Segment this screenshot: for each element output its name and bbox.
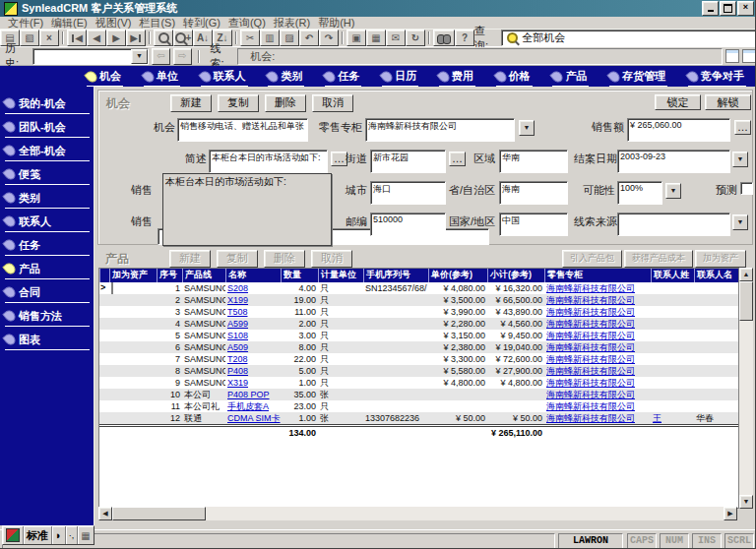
menu-item-5[interactable]: 查询(Q) (228, 16, 266, 30)
lock-button[interactable]: 锁定 (655, 94, 701, 110)
asset-cell[interactable] (109, 377, 157, 389)
table-row[interactable]: 2SAMSUNGX19919.00只¥ 3,500.00¥ 66,500.00海… (99, 294, 738, 306)
menu-item-2[interactable]: 视图(V) (95, 16, 132, 30)
product-link[interactable]: T508 (227, 307, 248, 317)
menu-item-3[interactable]: 栏目(S) (139, 16, 175, 30)
tab-任务[interactable]: 任务 (325, 69, 361, 87)
cut-icon[interactable]: ✂ (240, 30, 260, 46)
form-view-icon[interactable] (742, 49, 756, 63)
product-link[interactable]: P408 (227, 366, 248, 376)
sidebar-item-图表[interactable]: 图表 (5, 330, 90, 350)
asset-cell[interactable] (109, 365, 157, 377)
table-row[interactable]: 8SAMSUNGP4085.00只¥ 5,580.00¥ 27,900.00海南… (99, 365, 738, 377)
close-button[interactable]: × (737, 1, 754, 16)
paste-icon[interactable]: ▨ (280, 30, 299, 46)
counter-link[interactable]: 海南蜂新科技有限公司 (546, 283, 635, 293)
sidebar-item-全部-机会[interactable]: 全部-机会 (5, 141, 90, 161)
context-help-icon[interactable]: ? (455, 30, 474, 46)
layout-icon[interactable]: ▦ (366, 30, 386, 46)
asset-cell[interactable] (109, 318, 157, 330)
table-row[interactable]: 7SAMSUNGT20822.00只¥ 3,300.00¥ 72,600.00海… (99, 353, 738, 365)
column-header-数量[interactable]: 数量 (281, 269, 318, 282)
amount-ellipsis-button[interactable]: … (734, 120, 751, 135)
region-input[interactable]: 华南 (499, 150, 568, 173)
获得产品成本-button[interactable]: 获得产品成本 (624, 250, 693, 268)
forward-icon[interactable]: ⇨ (173, 48, 192, 65)
tab-价格[interactable]: 价格 (496, 69, 533, 87)
column-header-联系人名[interactable]: 联系人名 (694, 269, 737, 282)
query-combo[interactable]: 全部机会▼ (501, 30, 756, 46)
find-icon[interactable] (433, 30, 455, 46)
menu-item-1[interactable]: 编辑(E) (51, 16, 88, 30)
print-icon[interactable]: ▣ (346, 30, 366, 46)
加为资产-button[interactable]: 加为资产 (695, 250, 746, 268)
scroll-up-icon[interactable]: ▲ (739, 268, 753, 281)
delete-icon[interactable]: × (39, 30, 59, 46)
counter-link[interactable]: 海南蜂新科技有限公司 (546, 307, 635, 317)
column-header-加为资产[interactable]: 加为资产 (109, 269, 157, 282)
vertical-scrollbar-thumb[interactable] (739, 281, 753, 321)
asset-cell[interactable] (109, 400, 157, 412)
street-ellipsis-button[interactable]: … (449, 152, 466, 166)
opportunity-name-input[interactable]: 销售移动电话、赠送礼品和单张 (177, 118, 308, 142)
previous-icon[interactable]: ◀ (87, 30, 106, 46)
column-header-名称[interactable]: 名称 (225, 269, 281, 282)
tab-存货管理[interactable]: 存货管理 (609, 69, 667, 87)
删除-button[interactable]: 删除 (265, 94, 306, 112)
table-row[interactable]: 5SAMSUNGS1083.00只¥ 3,150.00¥ 9,450.00海南蜂… (99, 330, 738, 341)
product-link[interactable]: P408 POP (227, 390, 270, 399)
sidebar-item-联系人[interactable]: 联系人 (5, 212, 90, 232)
asset-checkbox[interactable] (111, 282, 113, 294)
sidebar-item-类别[interactable]: 类别 (5, 188, 90, 209)
sidebar-item-便笺[interactable]: 便笺 (5, 164, 90, 185)
asset-cell[interactable] (109, 389, 157, 400)
amount-input[interactable]: ¥ 265,060.00 (627, 118, 730, 142)
ime-fullwidth-icon[interactable]: ◗ (51, 526, 65, 544)
product-link[interactable]: X319 (227, 378, 248, 388)
product-link[interactable]: S108 (227, 331, 248, 340)
tab-日历[interactable]: 日历 (382, 69, 418, 87)
asset-cell[interactable] (109, 282, 157, 294)
menu-item-4[interactable]: 转到(G) (183, 16, 220, 30)
counter-link[interactable]: 海南蜂新科技有限公司 (546, 378, 635, 388)
copy-icon[interactable]: ▥ (260, 30, 280, 46)
zip-input[interactable]: 510000 (370, 213, 446, 236)
probability-dropdown-icon[interactable]: ▼ (665, 183, 681, 199)
refresh-icon[interactable]: ↻ (406, 30, 425, 46)
复制-button[interactable]: 复制 (218, 94, 259, 112)
tab-联系人[interactable]: 联系人 (201, 69, 248, 87)
table-row[interactable]: 10本公司P408 POP35.00张海南蜂新科技有限公司 (99, 389, 738, 400)
summary-input[interactable]: 本柜台本日的市场活动如下: (209, 150, 328, 173)
grid-view-icon[interactable] (725, 49, 739, 63)
sidebar-item-团队-机会[interactable]: 团队-机会 (5, 117, 90, 138)
lead-source-combo[interactable] (617, 213, 730, 236)
tab-竞争对手[interactable]: 竞争对手 (688, 69, 746, 87)
counter-link[interactable]: 海南蜂新科技有限公司 (546, 331, 635, 340)
table-row[interactable]: 9SAMSUNGX3191.00只¥ 4,800.00¥ 4,800.00海南蜂… (99, 377, 738, 389)
contact-lastname-link[interactable]: 王 (653, 413, 662, 423)
table-row[interactable]: 3SAMSUNGT50811.00只¥ 3,990.00¥ 43,890.00海… (99, 306, 738, 318)
close-date-dropdown-icon[interactable]: ▼ (732, 152, 748, 167)
country-input[interactable]: 中国 (499, 213, 568, 236)
product-link[interactable]: CDMA SIM卡 (227, 413, 281, 423)
counter-link[interactable]: 海南蜂新科技有限公司 (546, 295, 635, 305)
sidebar-item-合同[interactable]: 合同 (5, 282, 90, 303)
chevron-down-icon[interactable]: ▼ (131, 49, 148, 64)
city-input[interactable]: 海口 (370, 181, 446, 205)
product-link[interactable]: X199 (227, 295, 248, 305)
counter-link[interactable]: 海南蜂新科技有限公司 (546, 342, 635, 352)
asset-cell[interactable] (109, 294, 157, 306)
note-popup[interactable]: 本柜台本日的市场活动如下: (162, 173, 332, 246)
scroll-down-icon[interactable]: ▼ (739, 495, 753, 509)
zoom-icon[interactable] (154, 30, 173, 46)
street-input[interactable]: 新市花园 (370, 150, 446, 173)
counter-link[interactable]: 海南蜂新科技有限公司 (546, 354, 635, 364)
close-date-input[interactable]: 2003-09-23 (617, 150, 730, 173)
asset-cell[interactable] (109, 353, 157, 365)
counter-dropdown-icon[interactable]: ▼ (519, 120, 535, 136)
back-icon[interactable]: ⇦ (152, 48, 170, 65)
forecast-checkbox[interactable] (740, 182, 753, 195)
tab-产品[interactable]: 产品 (552, 69, 589, 87)
column-header-联系人姓[interactable]: 联系人姓 (651, 269, 694, 282)
redo-icon[interactable]: ↷ (319, 30, 339, 46)
